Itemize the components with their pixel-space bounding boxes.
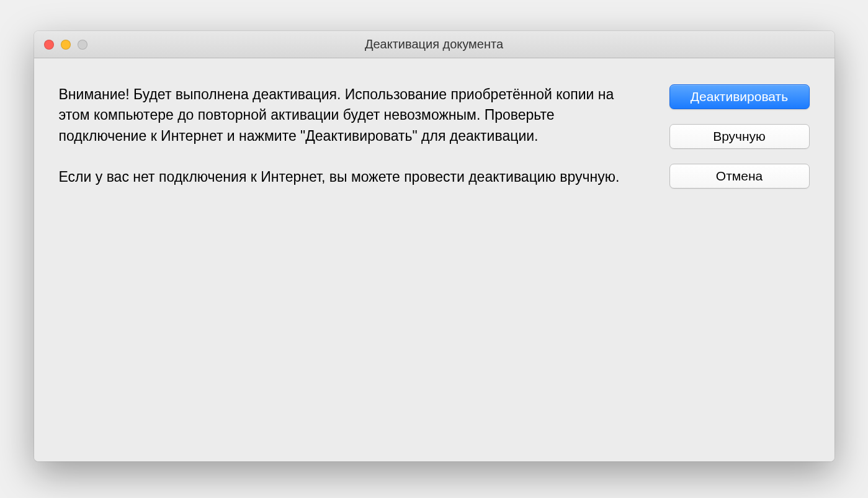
deactivate-button[interactable]: Деактивировать	[669, 84, 810, 109]
button-column: Деактивировать Вручную Отмена	[669, 84, 810, 424]
manual-button[interactable]: Вручную	[669, 124, 810, 149]
cancel-button[interactable]: Отмена	[669, 164, 810, 189]
minimize-icon[interactable]	[61, 40, 71, 50]
message-text: Внимание! Будет выполнена деактивация. И…	[59, 84, 645, 424]
window-title: Деактивация документа	[34, 37, 834, 51]
dialog-window: Деактивация документа Внимание! Будет вы…	[34, 31, 834, 461]
message-paragraph-1: Внимание! Будет выполнена деактивация. И…	[59, 86, 618, 144]
close-icon[interactable]	[44, 40, 54, 50]
titlebar: Деактивация документа	[34, 31, 834, 58]
traffic-lights	[34, 40, 87, 50]
message-paragraph-2: Если у вас нет подключения к Интернет, в…	[59, 169, 620, 185]
maximize-icon	[78, 40, 87, 50]
dialog-content: Внимание! Будет выполнена деактивация. И…	[34, 58, 834, 461]
